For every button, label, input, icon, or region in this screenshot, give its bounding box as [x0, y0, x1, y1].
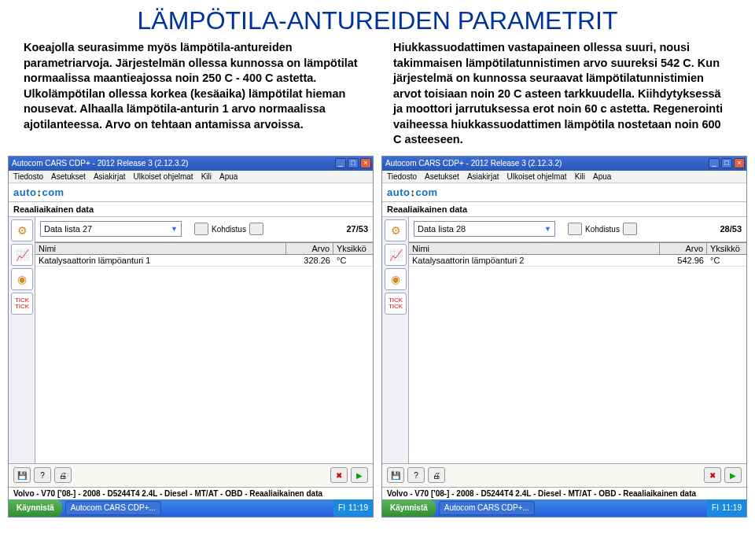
section-title: Reaaliaikainen data: [9, 202, 373, 217]
menu-bar: Tiedosto Asetukset Asiakirjat Ulkoiset o…: [382, 171, 746, 183]
minimize-button[interactable]: _: [335, 158, 346, 168]
play-icon[interactable]: ▶: [724, 467, 742, 483]
bottom-toolbar: 💾 ? 🖨 ✖ ▶: [9, 463, 373, 487]
menu-item[interactable]: Ulkoiset ohjelmat: [506, 172, 566, 181]
table-header: Nimi Arvo Yksikkö: [35, 242, 373, 255]
left-paragraph: Koeajolla seurasimme myös lämpötila-antu…: [24, 40, 362, 148]
menu-item[interactable]: Kili: [575, 172, 585, 181]
record-icon[interactable]: ◉: [385, 268, 407, 290]
screenshot-left: Autocom CARS CDP+ - 2012 Release 3 (2.12…: [8, 156, 374, 518]
tick-icon[interactable]: TICKTICK: [385, 293, 407, 315]
right-paragraph: Hiukkassuodattimen vastapaineen ollessa …: [393, 40, 731, 148]
menu-item[interactable]: Ulkoiset ohjelmat: [133, 172, 193, 181]
select-value: Data lista 28: [418, 224, 466, 234]
col-name[interactable]: Nimi: [35, 243, 286, 254]
help-icon[interactable]: ?: [407, 467, 425, 483]
cell-value: 328.26: [286, 255, 333, 266]
close-button[interactable]: ×: [360, 158, 371, 168]
minimize-button[interactable]: _: [709, 158, 720, 168]
cell-value: 542.96: [660, 255, 707, 266]
maximize-button[interactable]: □: [348, 158, 359, 168]
menu-item[interactable]: Asiakirjat: [94, 172, 126, 181]
menu-item[interactable]: Kili: [201, 172, 212, 181]
action-label: Kohdistus: [212, 225, 246, 234]
menu-item[interactable]: Tiedosto: [387, 172, 417, 181]
save-icon[interactable]: 💾: [387, 467, 404, 483]
window-titlebar[interactable]: Autocom CARS CDP+ - 2012 Release 3 (2.12…: [382, 157, 746, 171]
table-row[interactable]: Katalysaattorin lämpöanturi 2 542.96 °C: [409, 255, 746, 267]
engine-icon[interactable]: ⚙: [385, 219, 407, 241]
logo-part-b: com: [415, 186, 437, 198]
page-counter: 27/53: [346, 224, 368, 234]
table-row[interactable]: Katalysaattorin lämpöanturi 1 328.26 °C: [35, 255, 373, 267]
menu-item[interactable]: Apua: [219, 172, 238, 181]
data-list-select[interactable]: Data lista 28 ▼: [414, 221, 555, 237]
window-titlebar[interactable]: Autocom CARS CDP+ - 2012 Release 3 (2.12…: [9, 157, 373, 171]
cell-unit: °C: [333, 255, 373, 266]
menu-item[interactable]: Tiedosto: [13, 172, 43, 181]
chevron-down-icon: ▼: [544, 225, 551, 233]
list-toolbar: Data lista 28 ▼ Kohdistus 28/53: [409, 217, 746, 242]
start-button[interactable]: Käynnistä: [9, 499, 62, 517]
list-toolbar: Data lista 27 ▼ Kohdistus 27/53: [35, 217, 373, 242]
logo-part-b: com: [42, 186, 64, 198]
data-list-select[interactable]: Data lista 27 ▼: [40, 221, 182, 237]
help-icon[interactable]: ?: [34, 467, 51, 483]
tray-lang: FI: [338, 503, 345, 512]
data-area: [409, 267, 746, 463]
table-header: Nimi Arvo Yksikkö: [409, 242, 746, 255]
record-icon[interactable]: ◉: [11, 268, 33, 290]
maximize-button[interactable]: □: [721, 158, 732, 168]
stop-icon[interactable]: ✖: [330, 467, 348, 483]
status-bar: Volvo - V70 ['08-] - 2008 - D5244T4 2.4L…: [382, 487, 746, 499]
col-unit[interactable]: Yksikkö: [333, 243, 373, 254]
next-button[interactable]: [249, 223, 263, 235]
cell-name: Katalysaattorin lämpöanturi 2: [409, 255, 660, 266]
graph-icon[interactable]: 📈: [385, 244, 407, 266]
col-value[interactable]: Arvo: [660, 243, 707, 254]
select-value: Data lista 27: [44, 224, 92, 234]
tray-clock: 11:19: [348, 503, 368, 512]
tray-lang: FI: [712, 503, 719, 512]
col-value[interactable]: Arvo: [286, 243, 333, 254]
status-bar: Volvo - V70 ['08-] - 2008 - D5244T4 2.4L…: [9, 487, 373, 499]
prev-button[interactable]: [194, 223, 208, 235]
menu-bar: Tiedosto Asetukset Asiakirjat Ulkoiset o…: [9, 171, 373, 183]
col-name[interactable]: Nimi: [409, 243, 660, 254]
menu-item[interactable]: Asetukset: [51, 172, 86, 181]
taskbar-item[interactable]: Autocom CARS CDP+...: [439, 501, 535, 515]
stop-icon[interactable]: ✖: [704, 467, 721, 483]
col-unit[interactable]: Yksikkö: [707, 243, 746, 254]
engine-icon[interactable]: ⚙: [11, 219, 33, 241]
bottom-toolbar: 💾 ? 🖨 ✖ ▶: [382, 463, 746, 487]
taskbar: Käynnistä Autocom CARS CDP+... FI 11:19: [9, 499, 373, 517]
logo-part-a: auto: [387, 186, 410, 198]
slide-title: LÄMPÖTILA-ANTUREIDEN PARAMETRIT: [0, 0, 755, 40]
print-icon[interactable]: 🖨: [428, 467, 445, 483]
save-icon[interactable]: 💾: [13, 467, 31, 483]
tick-icon[interactable]: TICKTICK: [11, 293, 33, 315]
logo-part-a: auto: [13, 186, 36, 198]
next-button[interactable]: [623, 223, 637, 235]
brand-row: auto↕com: [382, 183, 746, 202]
screenshot-row: Autocom CARS CDP+ - 2012 Release 3 (2.12…: [0, 156, 755, 518]
prev-button[interactable]: [568, 223, 582, 235]
screenshot-right: Autocom CARS CDP+ - 2012 Release 3 (2.12…: [381, 156, 747, 518]
menu-item[interactable]: Apua: [593, 172, 611, 181]
brand-row: auto↕com: [9, 183, 373, 202]
taskbar-item[interactable]: Autocom CARS CDP+...: [65, 501, 161, 515]
system-tray[interactable]: FI 11:19: [707, 499, 746, 517]
side-toolbar: ⚙ 📈 ◉ TICKTICK: [9, 217, 35, 463]
menu-item[interactable]: Asetukset: [425, 172, 459, 181]
window-title: Autocom CARS CDP+ - 2012 Release 3 (2.12…: [385, 159, 562, 168]
play-icon[interactable]: ▶: [351, 467, 368, 483]
start-button[interactable]: Käynnistä: [382, 499, 436, 517]
menu-item[interactable]: Asiakirjat: [467, 172, 499, 181]
data-area: [35, 267, 373, 463]
section-title: Reaaliaikainen data: [382, 202, 746, 217]
graph-icon[interactable]: 📈: [11, 244, 33, 266]
close-button[interactable]: ×: [734, 158, 745, 168]
print-icon[interactable]: 🖨: [54, 467, 72, 483]
system-tray[interactable]: FI 11:19: [333, 499, 373, 517]
description-columns: Koeajolla seurasimme myös lämpötila-antu…: [0, 40, 755, 156]
